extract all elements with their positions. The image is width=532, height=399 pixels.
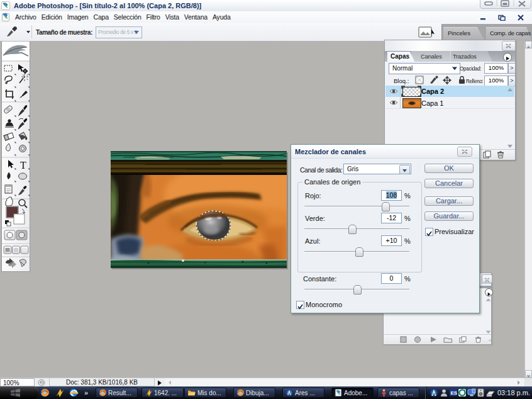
svg-text:ES: ES [450, 390, 457, 396]
svg-text:T: T [20, 160, 26, 171]
svg-text:»: » [84, 389, 88, 396]
